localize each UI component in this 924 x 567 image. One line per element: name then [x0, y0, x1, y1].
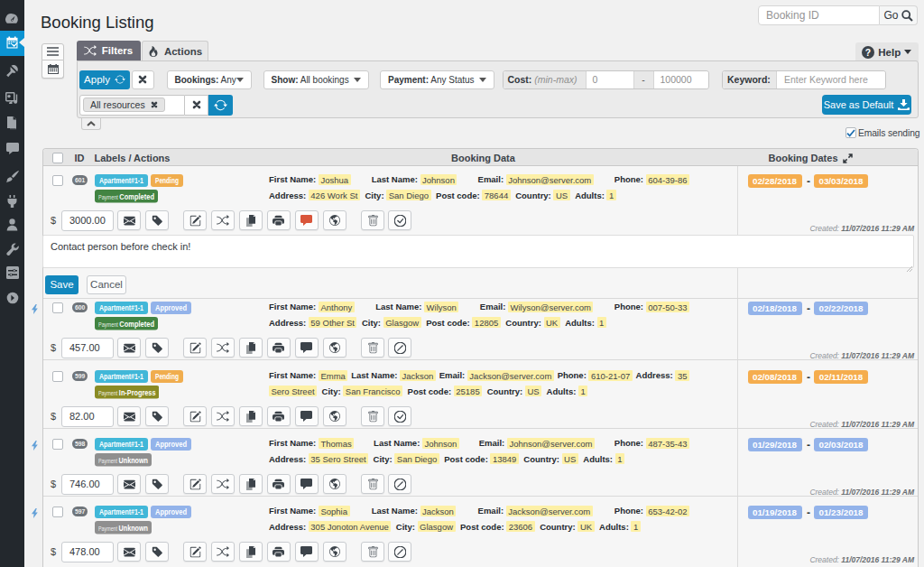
svg-text:Approved: Approved: [155, 440, 187, 449]
svg-text:Payment In-Progress: Payment In-Progress: [98, 388, 156, 397]
svg-text:Apartment#1-1: Apartment#1-1: [99, 507, 143, 516]
svg-text:Apartment#1-1: Apartment#1-1: [99, 303, 143, 312]
svg-text:Payment Unknown: Payment Unknown: [98, 456, 148, 465]
svg-text:Approved: Approved: [155, 507, 187, 516]
svg-text:Payment Completed: Payment Completed: [98, 192, 154, 201]
svg-text:Pending: Pending: [155, 176, 179, 185]
svg-text:Approved: Approved: [155, 303, 187, 312]
svg-text:Pending: Pending: [155, 372, 179, 381]
svg-text:Apartment#1-1: Apartment#1-1: [99, 372, 143, 381]
svg-text:Payment Completed: Payment Completed: [98, 320, 154, 329]
svg-text:Payment Unknown: Payment Unknown: [98, 524, 148, 533]
svg-text:?: ?: [865, 47, 871, 57]
svg-text:Apartment#1-1: Apartment#1-1: [99, 440, 143, 449]
svg-text:Apartment#1-1: Apartment#1-1: [99, 176, 143, 185]
